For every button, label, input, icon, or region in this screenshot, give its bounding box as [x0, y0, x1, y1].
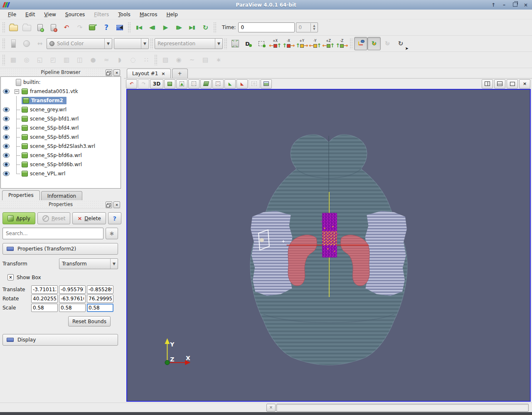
menu-file[interactable]: File [4, 11, 20, 18]
translate-x-field[interactable] [31, 285, 58, 294]
tree-item-bfd5[interactable]: scene_SSp-bfd5.wrl [1, 133, 121, 142]
rotate-y-field[interactable] [59, 295, 86, 303]
scale-z-field[interactable] [87, 304, 113, 312]
toolbar-drag-handle[interactable] [2, 54, 5, 65]
disconnect-server-button[interactable] [47, 21, 60, 34]
auto-apply-button[interactable]: ↗ [86, 21, 100, 34]
section-properties-transform2[interactable]: Properties (Transform2) [2, 243, 118, 255]
tree-item-scene-grey[interactable]: scene_grey.wrl [1, 105, 121, 114]
panel-help-button[interactable]: ? [108, 212, 121, 224]
minimize-window-icon[interactable]: – [501, 2, 507, 8]
float-dock-icon[interactable] [106, 201, 112, 208]
maximize-view-button[interactable] [507, 79, 518, 88]
float-dock-icon[interactable] [106, 69, 112, 76]
tree-item-bfd2slash3[interactable]: scene_SSp-bfd2Slash3.wrl [1, 142, 121, 151]
visibility-eye-icon[interactable] [3, 89, 10, 94]
visibility-eye-icon[interactable] [3, 171, 10, 176]
restore-window-icon[interactable] [512, 2, 518, 8]
show-box-checkbox[interactable]: × [7, 274, 14, 280]
frame-spinbox[interactable]: 0▲▼ [296, 22, 318, 32]
reset-bounds-button[interactable]: Reset Bounds [68, 316, 111, 327]
undo-button[interactable]: ↶ [60, 21, 73, 34]
split-horizontal-button[interactable] [482, 79, 493, 88]
delete-button[interactable]: ×Delete [72, 212, 106, 224]
select-points-through-button[interactable]: ⁚⁚ [212, 79, 224, 88]
select-points-polygon-button[interactable]: ◣ [236, 79, 248, 88]
help-button[interactable]: ? [100, 21, 113, 34]
spin-down-icon[interactable]: ▼ [313, 27, 315, 31]
transform-combo[interactable]: Transform ▼ [59, 258, 118, 269]
abort-progress-button[interactable]: × [266, 404, 276, 412]
visibility-eye-icon[interactable] [3, 162, 10, 167]
set-view-minus-y-button[interactable]: -Y←↑ [308, 37, 322, 50]
layout-tab[interactable]: Layout #1 × [127, 69, 171, 78]
reset-camera-button[interactable] [229, 37, 242, 50]
toolbar-drag-handle[interactable] [2, 38, 5, 49]
vcr-next-frame-button[interactable]: ▮▶ [172, 21, 185, 34]
selected-tree-item[interactable]: Transform2 [22, 97, 66, 104]
spin-up-icon[interactable]: ▲ [313, 24, 315, 27]
show-center-of-rotation-button[interactable]: ↻ [367, 37, 381, 50]
tree-item-bfd1[interactable]: scene_SSp-bfd1.wrl [1, 114, 121, 123]
properties-titlebar[interactable]: Properties × [0, 200, 121, 209]
toggle-3d-button[interactable]: 3D [150, 79, 163, 88]
vcr-loop-button[interactable]: ↻ [199, 21, 212, 34]
rotate-z-field[interactable] [87, 295, 113, 303]
show-orientation-axes-button[interactable] [354, 37, 367, 50]
menu-sources[interactable]: Sources [62, 11, 89, 18]
split-vertical-button[interactable] [494, 79, 505, 88]
set-view-minus-x-button[interactable]: -X↑→ [282, 37, 295, 50]
tree-item-builtin[interactable]: builtin: [1, 78, 121, 87]
search-options-button[interactable]: ∗ [106, 228, 118, 239]
set-view-plus-x-button[interactable]: +X←↑ [268, 37, 282, 50]
pipeline-browser-titlebar[interactable]: Pipeline Browser × [0, 68, 121, 76]
tree-item-bfd6a[interactable]: scene_SSp-bfd6a.wrl [1, 151, 121, 160]
vcr-play-button[interactable]: ▶ [159, 21, 172, 34]
select-cells-through-button[interactable] [200, 79, 212, 88]
menu-edit[interactable]: Edit [22, 11, 39, 18]
close-tab-icon[interactable]: × [161, 71, 165, 76]
adjust-camera-button[interactable] [164, 79, 175, 88]
visibility-eye-icon[interactable] [3, 125, 10, 130]
menu-macros[interactable]: Macros [136, 11, 161, 18]
select-cells-on-button[interactable]: ▲ [176, 79, 187, 88]
scale-x-field[interactable] [31, 304, 58, 312]
open-file-button[interactable] [7, 21, 20, 34]
zoom-to-box-button[interactable] [255, 37, 268, 50]
set-view-plus-z-button[interactable]: +Z←↑ [322, 37, 335, 50]
menu-view[interactable]: View [40, 11, 59, 18]
menu-tools[interactable]: Tools [114, 11, 134, 18]
visibility-eye-icon[interactable] [3, 116, 10, 121]
translate-z-field[interactable] [87, 285, 113, 294]
visibility-eye-icon[interactable] [3, 144, 10, 149]
rotate-x-field[interactable] [31, 295, 58, 303]
close-dock-icon[interactable]: × [113, 69, 120, 76]
capture-screenshot-button[interactable] [113, 21, 126, 34]
menu-help[interactable]: Help [163, 11, 181, 18]
close-dock-icon[interactable]: × [113, 201, 120, 208]
apply-button[interactable]: Apply [2, 212, 35, 224]
visibility-eye-icon[interactable] [3, 135, 10, 140]
time-input[interactable] [238, 22, 295, 32]
tab-information[interactable]: Information [41, 191, 82, 200]
vcr-previous-frame-button[interactable]: ◀▮ [145, 21, 159, 34]
tree-item-transform2[interactable]: Transform2 [1, 96, 121, 105]
box-widget-handle-sphere[interactable] [260, 238, 264, 242]
visibility-eye-icon[interactable] [3, 107, 10, 112]
connect-server-button[interactable] [33, 21, 47, 34]
set-view-plus-y-button[interactable]: +Y↑→ [295, 37, 308, 50]
shade-window-icon[interactable]: ↑ [490, 2, 496, 8]
set-view-minus-z-button[interactable]: -Z↑→ [335, 37, 348, 50]
vcr-last-frame-button[interactable]: ▶▮ [185, 21, 199, 34]
select-points-on-button[interactable]: ∴ [188, 79, 200, 88]
show-box-row[interactable]: × Show Box [7, 274, 118, 280]
vcr-first-frame-button[interactable]: ▮◀ [132, 21, 145, 34]
select-cells-polygon-button[interactable]: ◣ [224, 79, 236, 88]
tree-item-vpl[interactable]: scene_VPL.wrl [1, 169, 121, 178]
translate-y-field[interactable] [59, 285, 86, 294]
tab-properties[interactable]: Properties [2, 190, 40, 200]
view-settings-button[interactable] [261, 79, 272, 88]
scale-y-field[interactable] [59, 304, 86, 312]
tree-item-bfd6b[interactable]: scene_SSp-bfd6b.wrl [1, 160, 121, 169]
tree-item-framedata[interactable]: framedata0051.vtk [1, 87, 121, 96]
